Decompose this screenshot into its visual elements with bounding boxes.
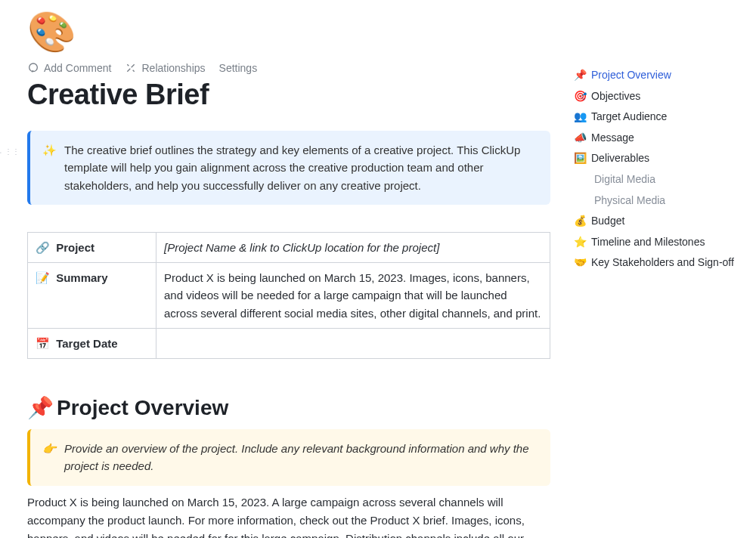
row-icon: 📅 <box>36 337 50 350</box>
outline-subitem[interactable]: Digital Media <box>573 169 747 190</box>
table-value-cell[interactable]: [Project Name & link to ClickUp location… <box>156 232 550 262</box>
comment-icon <box>27 62 39 74</box>
outline-item-label: Timeline and Milestones <box>591 235 705 250</box>
overview-body: Product X is being launched on March 15,… <box>27 493 550 539</box>
overview-hint-callout: 👉 Provide an overview of the project. In… <box>27 429 550 486</box>
outline-subitem[interactable]: Physical Media <box>573 190 747 212</box>
table-label-cell: 📅 Target Date <box>28 328 156 358</box>
intro-callout: ✨ The creative brief outlines the strate… <box>27 131 550 205</box>
table-row: 📝 SummaryProduct X is being launched on … <box>28 263 550 329</box>
outline-item[interactable]: 💰Budget <box>573 211 747 232</box>
page-title: Creative Brief <box>27 79 550 111</box>
outline-item-icon: 🖼️ <box>573 151 587 166</box>
outline-item-icon: 💰 <box>573 214 587 229</box>
intro-callout-text: The creative brief outlines the strategy… <box>64 141 538 194</box>
doc-toolbar: Add Comment Relationships Settings <box>27 62 550 74</box>
outline-item[interactable]: ⭐Timeline and Milestones <box>573 232 747 253</box>
outline-item-icon: 👥 <box>573 110 587 125</box>
outline-item-label: Key Stakeholders and Sign-off <box>591 255 734 271</box>
table-row: 🔗 Project[Project Name & link to ClickUp… <box>28 232 550 262</box>
outline-item-label: Target Audience <box>591 110 667 125</box>
outline-item[interactable]: 🤝Key Stakeholders and Sign-off <box>573 252 747 274</box>
outline-list: 📌Project Overview🎯Objectives👥Target Audi… <box>573 65 747 274</box>
table-value-cell[interactable] <box>156 328 550 358</box>
outline-item-icon: 🎯 <box>573 89 587 104</box>
outline-item-icon: ⭐ <box>573 235 587 250</box>
outline-item-label: Message <box>591 131 634 146</box>
project-overview-heading: 📌Project Overview <box>27 395 550 420</box>
page-icon[interactable]: 🎨 <box>27 12 550 51</box>
outline-item-label: Physical Media <box>594 193 665 209</box>
outline-item[interactable]: 📣Message <box>573 128 747 149</box>
outline-item-label: Budget <box>591 214 624 229</box>
outline-item[interactable]: 👥Target Audience <box>573 107 747 128</box>
outline-item[interactable]: 🎯Objectives <box>573 86 747 107</box>
drag-handle-icon[interactable]: ⋮⋮ <box>5 147 20 158</box>
relationships-label: Relationships <box>141 62 205 74</box>
svg-point-0 <box>29 63 38 72</box>
outline-item-label: Objectives <box>591 89 640 104</box>
outline-panel: 📌Project Overview🎯Objectives👥Target Audi… <box>573 0 756 538</box>
outline-item-icon: 📌 <box>573 68 587 83</box>
point-right-icon: 👉 <box>42 440 57 475</box>
outline-item-label: Deliverables <box>591 151 649 166</box>
outline-item-label: Digital Media <box>594 172 655 187</box>
add-comment-button[interactable]: Add Comment <box>27 62 111 74</box>
table-label-cell: 🔗 Project <box>28 232 156 262</box>
table-label-cell: 📝 Summary <box>28 263 156 329</box>
relationships-button[interactable]: Relationships <box>125 62 205 74</box>
relationships-icon <box>125 62 137 74</box>
main-content: 🎨 Add Comment Relationships Settings Cre… <box>21 0 573 538</box>
pushpin-icon: 📌 <box>27 396 54 419</box>
settings-button[interactable]: Settings <box>219 62 258 74</box>
overview-hint-text: Provide an overview of the project. Incl… <box>64 440 538 475</box>
table-row: 📅 Target Date <box>28 328 550 358</box>
project-overview-heading-text: Project Overview <box>57 396 228 419</box>
table-value-cell[interactable]: Product X is being launched on March 15,… <box>156 263 550 329</box>
outline-item-icon: 📣 <box>573 131 587 146</box>
outline-item[interactable]: 🖼️Deliverables <box>573 148 747 169</box>
add-block-icon[interactable]: ＋ <box>0 147 3 158</box>
info-table: 🔗 Project[Project Name & link to ClickUp… <box>27 232 550 359</box>
outline-item-label: Project Overview <box>591 68 671 83</box>
outline-item-icon: 🤝 <box>573 255 587 271</box>
sparkle-icon: ✨ <box>42 141 57 194</box>
left-gutter: ＋ ⋮⋮ <box>0 0 21 538</box>
add-comment-label: Add Comment <box>44 62 111 74</box>
outline-item[interactable]: 📌Project Overview <box>573 65 747 86</box>
settings-label: Settings <box>219 62 258 74</box>
row-icon: 📝 <box>36 271 50 284</box>
row-icon: 🔗 <box>36 241 50 254</box>
